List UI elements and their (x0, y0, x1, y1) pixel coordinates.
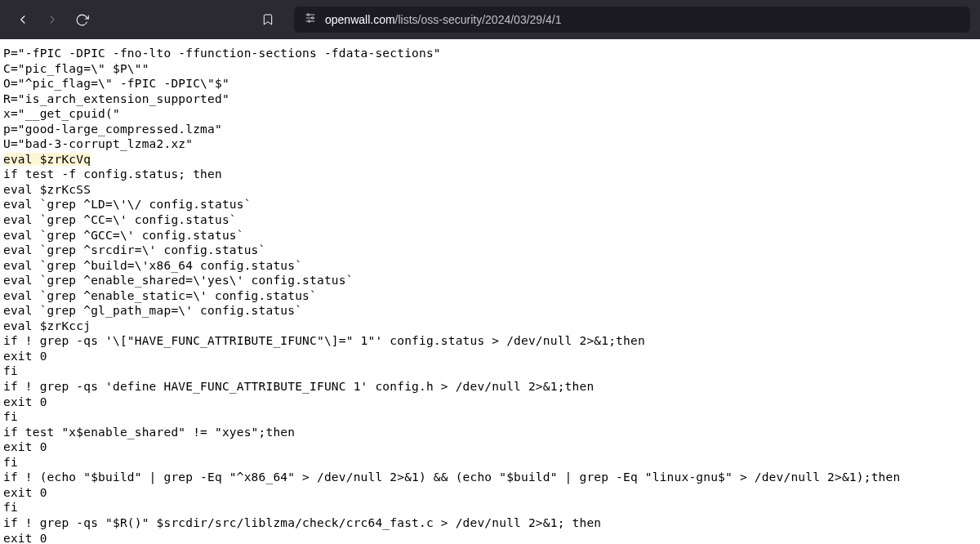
code-line: eval `grep ^enable_static=\' config.stat… (3, 289, 317, 302)
code-line: eval `grep ^build=\'x86_64 config.status… (3, 259, 302, 272)
url-bar[interactable]: openwall.com/lists/oss-security/2024/03/… (294, 7, 970, 33)
code-line: if ! grep -qs 'define HAVE_FUNC_ATTRIBUT… (3, 380, 594, 393)
code-line: C="pic_flag=\" $P\"" (3, 62, 149, 75)
back-button[interactable] (10, 7, 36, 33)
code-line: eval `grep ^GCC=\' config.status` (3, 229, 244, 242)
code-line: if test "x$enable_shared" != "xyes";then (3, 426, 295, 439)
code-line: fi (3, 364, 18, 377)
reload-button[interactable] (69, 7, 95, 33)
code-line: p="good-large_compressed.lzma" (3, 123, 222, 136)
code-line: if test -f config.status; then (3, 167, 222, 181)
code-line: eval `grep ^enable_shared=\'yes\' config… (3, 274, 354, 287)
chevron-left-icon (16, 12, 30, 27)
code-line: exit 0 (3, 395, 47, 408)
code-line: R="is_arch_extension_supported" (3, 92, 229, 105)
code-line: eval `grep ^CC=\' config.status` (3, 213, 237, 226)
code-line: fi (3, 501, 18, 514)
code-line: eval `grep ^LD=\'\/ config.status` (3, 198, 252, 211)
nav-buttons-group (10, 7, 95, 33)
forward-button[interactable] (39, 7, 65, 33)
url-path: /lists/oss-security/2024/03/29/4/1 (395, 13, 562, 26)
code-line: if ! (echo "$build" | grep -Eq "^x86_64"… (3, 470, 900, 484)
code-line: exit 0 (3, 532, 47, 545)
code-line: P="-fPIC -DPIC -fno-lto -ffunction-secti… (3, 47, 441, 60)
code-line: if ! grep -qs '\["HAVE_FUNC_ATTRIBUTE_IF… (3, 334, 645, 347)
code-content: P="-fPIC -DPIC -fno-lto -ffunction-secti… (0, 39, 980, 544)
code-line: exit 0 (3, 486, 47, 499)
code-line: eval $zrKcSS (3, 183, 91, 196)
reload-icon (75, 13, 89, 27)
code-line: U="bad-3-corrupt_lzma2.xz" (3, 137, 193, 150)
url-text: openwall.com/lists/oss-security/2024/03/… (325, 13, 562, 26)
code-line: x="__get_cpuid(" (3, 107, 120, 120)
code-line: exit 0 (3, 440, 47, 453)
code-line: eval `grep ^gl_path_map=\' config.status… (3, 304, 302, 317)
site-settings-icon[interactable] (304, 11, 317, 28)
code-line: fi (3, 456, 18, 469)
code-line: eval `grep ^srcdir=\' config.status` (3, 243, 265, 256)
code-line: if ! grep -qs "$R()" $srcdir/src/liblzma… (3, 516, 601, 529)
code-line-highlighted: eval $zrKcVq (3, 153, 91, 166)
bookmark-button[interactable] (255, 7, 281, 33)
code-line: exit 0 (3, 350, 47, 363)
bookmark-icon (261, 13, 274, 26)
code-line: eval $zrKccj (3, 319, 91, 332)
code-line: O="^pic_flag=\" -fPIC -DPIC\"$" (3, 77, 229, 90)
code-line: fi (3, 410, 18, 423)
browser-toolbar: openwall.com/lists/oss-security/2024/03/… (0, 0, 980, 39)
url-domain: openwall.com (325, 13, 395, 26)
chevron-right-icon (45, 12, 60, 27)
